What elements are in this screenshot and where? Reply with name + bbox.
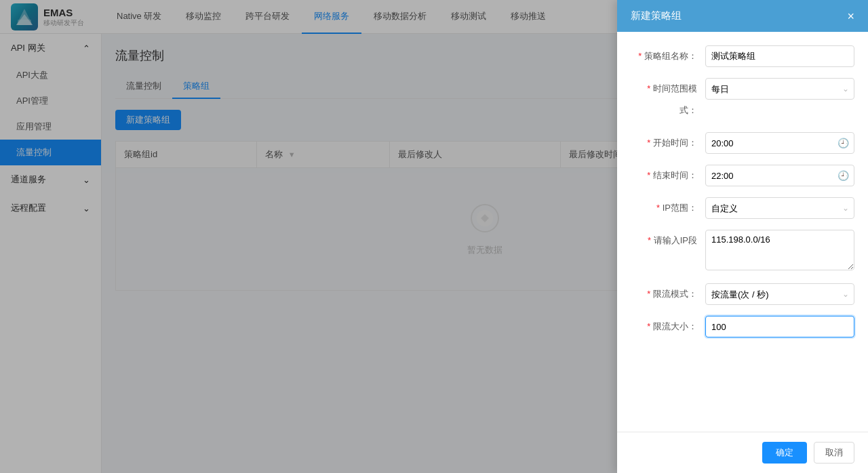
form-row-strategy-name: 策略组名称： [631,45,854,67]
form-row-ip-input: 请输入IP段 115.198.0.0/16 [631,230,854,272]
ip-range-select[interactable]: 自定义 全部 [705,197,854,219]
cancel-button[interactable]: 取消 [814,442,854,464]
strategy-name-input[interactable] [705,45,854,67]
time-input-wrap-start: 🕘 [705,132,854,154]
label-time-range: 时间范围模式： [631,78,705,121]
form-row-time-range: 时间范围模式： 每日 每周 自定义 ⌄ [631,78,854,121]
select-wrap-ip-range: 自定义 全部 ⌄ [705,197,854,219]
new-strategy-drawer: 新建策略组 × 策略组名称： 时间范围模式： 每日 每周 自定义 [617,0,868,473]
control-strategy-name [705,45,854,67]
confirm-button[interactable]: 确定 [762,442,807,464]
end-time-input[interactable] [705,165,854,186]
drawer-header: 新建策略组 × [617,0,868,32]
form-row-limit-size: 限流大小： [631,316,854,337]
label-limit-mode: 限流模式： [631,283,705,305]
time-input-wrap-end: 🕘 [705,165,854,186]
form-row-ip-range: IP范围： 自定义 全部 ⌄ [631,197,854,219]
form-row-end-time: 结束时间： 🕘 [631,165,854,186]
start-time-input[interactable] [705,132,854,154]
label-ip-range: IP范围： [631,197,705,219]
label-strategy-name: 策略组名称： [631,45,705,67]
select-wrap-time-range: 每日 每周 自定义 ⌄ [705,78,854,100]
ip-textarea[interactable]: 115.198.0.0/16 [705,230,854,270]
label-limit-size: 限流大小： [631,316,705,337]
control-time-range: 每日 每周 自定义 ⌄ [705,78,854,100]
control-ip-range: 自定义 全部 ⌄ [705,197,854,219]
control-ip-input: 115.198.0.0/16 [705,230,854,272]
drawer-title: 新建策略组 [631,9,682,22]
label-ip-input: 请输入IP段 [631,230,705,251]
drawer-close-button[interactable]: × [847,10,854,22]
time-range-select[interactable]: 每日 每周 自定义 [705,78,854,100]
textarea-wrap-ip: 115.198.0.0/16 [705,230,854,272]
form-row-start-time: 开始时间： 🕘 [631,132,854,154]
limit-mode-select[interactable]: 按流量(次 / 秒) 按连接数 [705,283,854,305]
control-start-time: 🕘 [705,132,854,154]
label-end-time: 结束时间： [631,165,705,186]
drawer-footer: 确定 取消 [617,432,868,473]
control-limit-size [705,316,854,337]
form-row-limit-mode: 限流模式： 按流量(次 / 秒) 按连接数 ⌄ [631,283,854,305]
limit-size-input[interactable] [705,316,854,337]
control-limit-mode: 按流量(次 / 秒) 按连接数 ⌄ [705,283,854,305]
label-start-time: 开始时间： [631,132,705,154]
control-end-time: 🕘 [705,165,854,186]
select-wrap-limit-mode: 按流量(次 / 秒) 按连接数 ⌄ [705,283,854,305]
drawer-body: 策略组名称： 时间范围模式： 每日 每周 自定义 ⌄ [617,32,868,432]
